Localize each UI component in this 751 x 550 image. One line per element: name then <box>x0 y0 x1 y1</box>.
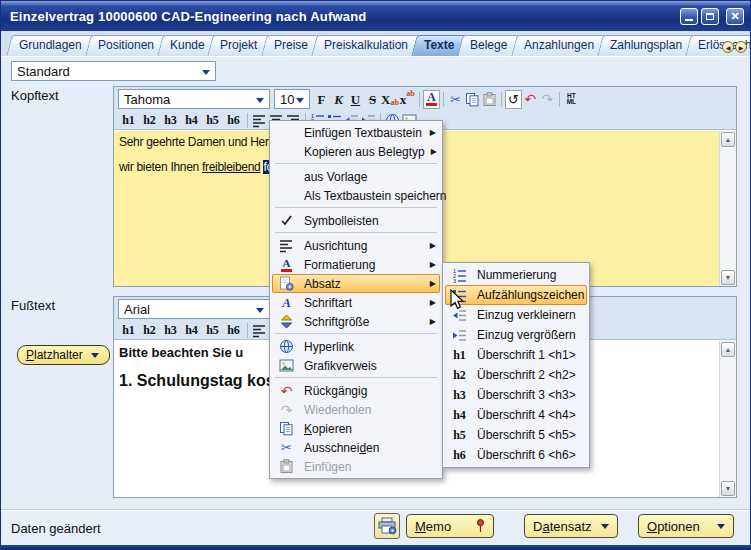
strikethrough-button[interactable]: S <box>364 90 381 108</box>
print-button[interactable] <box>374 513 400 539</box>
heading-h4-button[interactable]: h4 <box>181 112 202 128</box>
redo-button[interactable]: ↷ <box>539 91 556 107</box>
heading-h4-button[interactable]: h4 <box>181 322 202 338</box>
textart-select[interactable]: Standard <box>11 61 216 81</box>
scroll-up-icon[interactable]: ▲ <box>721 342 735 357</box>
menu-item-label: aus Vorlage <box>300 170 367 184</box>
submenu-item-überschrift-1-h1-[interactable]: h1Überschrift 1 <h1> <box>445 345 587 365</box>
tab-preiskalkulation[interactable]: Preiskalkulation <box>311 35 421 56</box>
menu-item-formatierung[interactable]: AFormatierung▶ <box>272 255 440 274</box>
tab-grundlagen[interactable]: Grundlagen <box>6 35 94 56</box>
heading-h6-button[interactable]: h6 <box>223 322 244 338</box>
tab-scroll-left-button[interactable]: ◀ <box>722 41 734 53</box>
menu-item-symbolleisten[interactable]: Symbolleisten <box>272 211 440 230</box>
platzhalter-button[interactable]: Platzhalter <box>17 345 110 365</box>
chevron-down-icon <box>91 353 99 358</box>
menu-item-als-textbaustein-speichern[interactable]: Als Textbaustein speichern <box>272 186 440 205</box>
heading-h2-button[interactable]: h2 <box>139 322 160 338</box>
submenu-item-überschrift-6-h6-[interactable]: h6Überschrift 6 <h6> <box>445 445 587 465</box>
close-button[interactable]: ✕ <box>726 8 744 25</box>
font-icon: A <box>278 295 295 311</box>
scroll-down-icon[interactable]: ▼ <box>721 481 735 496</box>
submenu-item-überschrift-2-h2-[interactable]: h2Überschrift 2 <h2> <box>445 365 587 385</box>
kopftext-fontsize-select[interactable]: 10 <box>274 89 310 109</box>
tab-label: Projekt <box>220 36 257 55</box>
tab-zahlungsplan[interactable]: Zahlungsplan <box>597 35 695 56</box>
align-left-button[interactable] <box>251 112 268 128</box>
menu-item-ausrichtung[interactable]: Ausrichtung▶ <box>272 236 440 255</box>
menu-item-schriftgröße[interactable]: Schriftgröße▶ <box>272 312 440 331</box>
menu-item-kopieren-aus-belegtyp[interactable]: Kopieren aus Belegtyp▶ <box>272 142 440 161</box>
underline-button[interactable]: U <box>347 90 364 108</box>
copy-button[interactable] <box>464 91 481 107</box>
h2: h2 <box>451 367 468 383</box>
cut-icon: ✂ <box>273 440 300 456</box>
cut-icon: ✂ <box>278 440 295 456</box>
menu-item-hyperlink[interactable]: Hyperlink <box>272 337 440 356</box>
superscript-button[interactable]: xab <box>399 90 416 108</box>
kopftext-scrollbar[interactable]: ▲ ▼ <box>719 131 736 286</box>
align-left-button[interactable] <box>251 322 268 338</box>
submenu-item-aufzählungszeichen[interactable]: Aufzählungszeichen <box>445 285 587 305</box>
heading-h2-button[interactable]: h2 <box>139 112 160 128</box>
printer-icon <box>377 517 397 535</box>
scroll-down-icon[interactable]: ▼ <box>721 270 735 285</box>
heading-h3-button[interactable]: h3 <box>160 112 181 128</box>
submenu-item-überschrift-3-h3-[interactable]: h3Überschrift 3 <h3> <box>445 385 587 405</box>
optionen-button[interactable]: Optionen <box>638 514 734 538</box>
scroll-up-icon[interactable]: ▲ <box>721 132 735 147</box>
heading-h3-button[interactable]: h3 <box>160 322 181 338</box>
kopftext-font-select[interactable]: Tahoma <box>118 89 270 109</box>
h1: h1 <box>451 347 468 363</box>
submenu-item-nummerierung[interactable]: 123Nummerierung <box>445 265 587 285</box>
html-button[interactable]: HTML <box>563 90 580 108</box>
pin-icon <box>476 519 485 533</box>
maximize-button[interactable] <box>701 8 719 25</box>
cut-button[interactable]: ✂ <box>447 91 464 107</box>
italic-button[interactable]: K <box>330 90 347 108</box>
menu-item-kopieren[interactable]: Kopieren <box>272 419 440 438</box>
heading-h1-button[interactable]: h1 <box>118 112 139 128</box>
reset-button[interactable]: ↺ <box>505 90 522 109</box>
undo-button[interactable]: ↶ <box>522 91 539 107</box>
submenu-item-überschrift-5-h5-[interactable]: h5Überschrift 5 <h5> <box>445 425 587 445</box>
hyperlink-icon <box>273 339 300 355</box>
menu-item-grafikverweis[interactable]: Grafikverweis <box>272 356 440 375</box>
submenu-item-einzug-vergrößern[interactable]: Einzug vergrößern <box>445 325 587 345</box>
heading-h5-button[interactable]: h5 <box>202 322 223 338</box>
tab-positionen[interactable]: Positionen <box>85 35 167 56</box>
subscript-button[interactable]: Xab <box>381 90 399 108</box>
menu-item-einfügen: Einfügen <box>272 457 440 476</box>
bold-button[interactable]: F <box>313 90 330 108</box>
tab-bar: GrundlagenPositionenKundeProjektPreisePr… <box>1 31 750 57</box>
menu-item-einfügen-textbaustein[interactable]: Einfügen Textbaustein▶ <box>272 123 440 142</box>
fusstext-scrollbar[interactable]: ▲ ▼ <box>719 341 736 497</box>
datensatz-button[interactable]: Datensatz <box>524 514 618 538</box>
heading-h6-button[interactable]: h6 <box>223 112 244 128</box>
submenu-item-einzug-verkleinern[interactable]: Einzug verkleinern <box>445 305 587 325</box>
heading-h5-button[interactable]: h5 <box>202 112 223 128</box>
paste-button[interactable] <box>481 91 498 107</box>
menu-item-aus-vorlage[interactable]: aus Vorlage <box>272 167 440 186</box>
menu-item-absatz[interactable]: Absatz▶ <box>272 274 440 293</box>
menu-item-ausschneiden[interactable]: ✂Ausschneiden <box>272 438 440 457</box>
tab-scroll-right-button[interactable]: ▶ <box>735 41 747 53</box>
heading-h1-button[interactable]: h1 <box>118 322 139 338</box>
tab-anzahlungen[interactable]: Anzahlungen <box>511 35 607 56</box>
menu-separator <box>275 333 437 334</box>
chevron-down-icon <box>202 70 210 75</box>
menu-item-rückgängig[interactable]: ↶Rückgängig <box>272 381 440 400</box>
toolbar-separator <box>501 92 502 107</box>
memo-button[interactable]: Memo <box>406 514 494 538</box>
kopftext-toolbar-row1: Tahoma 10 FKUSXabxabA✂↺↶↷HTML <box>114 87 736 111</box>
font-color-button[interactable]: A <box>423 90 440 109</box>
submenu-arrow-icon: ▶ <box>424 317 436 326</box>
submenu-item-überschrift-4-h4-[interactable]: h4Überschrift 4 <h4> <box>445 405 587 425</box>
tab-label: Grundlagen <box>19 36 82 55</box>
minimize-button[interactable] <box>680 8 698 25</box>
fusstext-font-select[interactable]: Arial <box>118 299 270 319</box>
tab-label: Belege <box>470 36 507 55</box>
mouse-cursor <box>450 289 464 310</box>
menu-item-schriftart[interactable]: ASchriftart▶ <box>272 293 440 312</box>
menu-item-label: Als Textbaustein speichern <box>300 189 447 203</box>
